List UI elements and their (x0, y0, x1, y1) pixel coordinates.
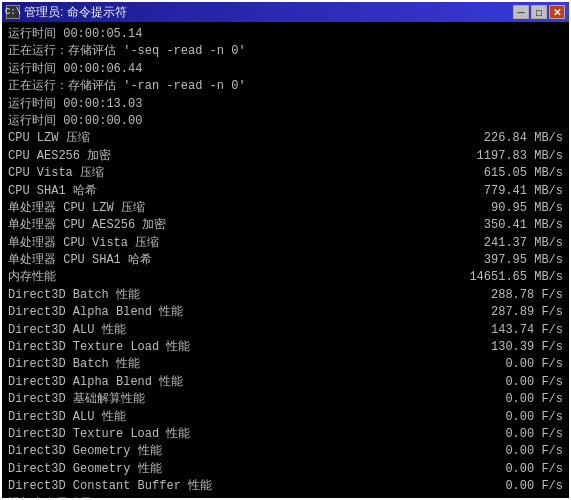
title-bar: C:\ 管理员: 命令提示符 ─ □ ✕ (2, 2, 569, 22)
console-output[interactable]: 运行时间 00:00:05.14正在运行：存储评估 '-seq -read -n… (2, 22, 569, 498)
console-line: CPU LZW 压缩226.84 MB/s (8, 130, 563, 147)
line-label: CPU Vista 压缩 (8, 165, 104, 182)
console-line: Direct3D Batch 性能0.00 F/s (8, 356, 563, 373)
console-line: 正在运行：存储评估 '-ran -read -n 0' (8, 78, 563, 95)
console-line: 运行时间 00:00:00.00 (8, 113, 563, 130)
line-label: Direct3D Texture Load 性能 (8, 426, 190, 443)
console-line: 运行时间 00:00:06.44 (8, 61, 563, 78)
line-value: 0.00 F/s (497, 426, 563, 443)
line-value: 350.41 MB/s (476, 217, 563, 234)
line-label: CPU LZW 压缩 (8, 130, 90, 147)
console-line: Direct3D ALU 性能0.00 F/s (8, 409, 563, 426)
line-value: 288.78 F/s (483, 287, 563, 304)
window-icon: C:\ (6, 5, 20, 19)
line-value: 0.00 F/s (497, 374, 563, 391)
line-label: 单处理器 CPU SHA1 哈希 (8, 252, 152, 269)
line-value: 0.00 F/s (497, 461, 563, 478)
line-value: 143.74 F/s (483, 322, 563, 339)
console-line: Direct3D Alpha Blend 性能0.00 F/s (8, 374, 563, 391)
line-label: Direct3D Texture Load 性能 (8, 339, 190, 356)
console-line: Direct3D ALU 性能143.74 F/s (8, 322, 563, 339)
line-value: 0.00 F/s (497, 356, 563, 373)
line-value: 4998.78 MB/s (469, 496, 563, 498)
maximize-button[interactable]: □ (531, 5, 547, 19)
line-value: 615.05 MB/s (476, 165, 563, 182)
line-value: 0.00 F/s (497, 391, 563, 408)
title-buttons: ─ □ ✕ (513, 5, 565, 19)
console-line: CPU Vista 压缩615.05 MB/s (8, 165, 563, 182)
line-value: 0.00 F/s (497, 443, 563, 460)
console-line: Direct3D Texture Load 性能0.00 F/s (8, 426, 563, 443)
line-value: 0.00 F/s (497, 409, 563, 426)
line-label: Direct3D 基础解算性能 (8, 391, 145, 408)
line-value: 0.00 F/s (497, 478, 563, 495)
line-label: Direct3D ALU 性能 (8, 409, 126, 426)
line-label: 内存性能 (8, 269, 56, 286)
console-line: Direct3D Texture Load 性能130.39 F/s (8, 339, 563, 356)
console-line: Direct3D Constant Buffer 性能0.00 F/s (8, 478, 563, 495)
line-label: 单处理器 CPU LZW 压缩 (8, 200, 145, 217)
line-label: Direct3D Geometry 性能 (8, 461, 162, 478)
line-value: 226.84 MB/s (476, 130, 563, 147)
window-title: 管理员: 命令提示符 (24, 4, 127, 21)
line-value: 14651.65 MB/s (461, 269, 563, 286)
line-label: Direct3D Constant Buffer 性能 (8, 478, 212, 495)
console-line: Direct3D Geometry 性能0.00 F/s (8, 443, 563, 460)
line-label: Direct3D Alpha Blend 性能 (8, 374, 183, 391)
line-value: 397.95 MB/s (476, 252, 563, 269)
line-label: CPU SHA1 哈希 (8, 183, 97, 200)
line-label: Direct3D Batch 性能 (8, 287, 140, 304)
minimize-button[interactable]: ─ (513, 5, 529, 19)
close-button[interactable]: ✕ (549, 5, 565, 19)
line-label: Direct3D Geometry 性能 (8, 443, 162, 460)
console-line: Direct3D Geometry 性能0.00 F/s (8, 461, 563, 478)
console-line: 单处理器 CPU SHA1 哈希397.95 MB/s (8, 252, 563, 269)
console-line: 正在运行：存储评估 '-seq -read -n 0' (8, 43, 563, 60)
title-bar-left: C:\ 管理员: 命令提示符 (6, 4, 127, 21)
line-value: 90.95 MB/s (483, 200, 563, 217)
cmd-window: C:\ 管理员: 命令提示符 ─ □ ✕ 运行时间 00:00:05.14正在运… (0, 0, 571, 500)
console-line: CPU SHA1 哈希779.41 MB/s (8, 183, 563, 200)
line-label: CPU AES256 加密 (8, 148, 111, 165)
line-value: 130.39 F/s (483, 339, 563, 356)
console-line: CPU AES256 加密1197.83 MB/s (8, 148, 563, 165)
line-value: 287.89 F/s (483, 304, 563, 321)
console-line: 单处理器 CPU AES256 加密350.41 MB/s (8, 217, 563, 234)
console-line: 单处理器 CPU Vista 压缩241.37 MB/s (8, 235, 563, 252)
console-line: 运行时间 00:00:13.03 (8, 96, 563, 113)
line-value: 779.41 MB/s (476, 183, 563, 200)
console-line: Direct3D Batch 性能288.78 F/s (8, 287, 563, 304)
line-value: 1197.83 MB/s (469, 148, 563, 165)
line-label: Direct3D Alpha Blend 性能 (8, 304, 183, 321)
line-label: 视频内存吞吐量 (8, 496, 92, 498)
console-line: 内存性能14651.65 MB/s (8, 269, 563, 286)
line-value: 241.37 MB/s (476, 235, 563, 252)
line-label: 单处理器 CPU AES256 加密 (8, 217, 166, 234)
line-label: Direct3D ALU 性能 (8, 322, 126, 339)
console-line: 运行时间 00:00:05.14 (8, 26, 563, 43)
console-line: Direct3D 基础解算性能0.00 F/s (8, 391, 563, 408)
console-line: 单处理器 CPU LZW 压缩90.95 MB/s (8, 200, 563, 217)
console-line: Direct3D Alpha Blend 性能287.89 F/s (8, 304, 563, 321)
line-label: Direct3D Batch 性能 (8, 356, 140, 373)
line-label: 单处理器 CPU Vista 压缩 (8, 235, 159, 252)
console-line: 视频内存吞吐量4998.78 MB/s (8, 496, 563, 498)
